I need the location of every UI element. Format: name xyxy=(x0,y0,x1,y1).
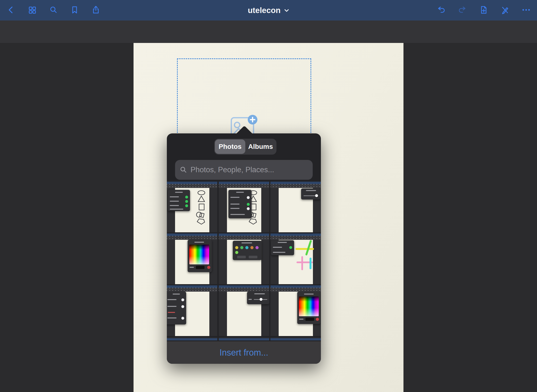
photo-thumbnail-image xyxy=(167,182,217,232)
photo-grid-cell[interactable] xyxy=(270,234,321,284)
redo-icon xyxy=(458,5,467,15)
photo-grid-cell[interactable] xyxy=(167,234,217,284)
photo-thumbnail-image xyxy=(219,182,269,232)
photo-thumbnail-partial[interactable] xyxy=(167,337,217,341)
photo-grid-cell[interactable] xyxy=(219,182,269,232)
photo-search-field[interactable] xyxy=(175,160,313,180)
insert-from-button[interactable]: Insert from... xyxy=(219,348,268,358)
document-title-label: utelecon xyxy=(248,6,281,15)
canvas-area: Photos Albums Insert from... xyxy=(0,43,537,392)
pen-slash-icon xyxy=(500,5,510,15)
top-navigation-bar: utelecon xyxy=(0,0,537,21)
photo-grid-cell[interactable] xyxy=(270,182,321,232)
tools-toolbar xyxy=(0,21,537,43)
photo-thumbnail-partial[interactable] xyxy=(270,337,321,341)
photo-thumbnail-image xyxy=(219,234,269,284)
read-only-mode-button[interactable] xyxy=(500,5,510,15)
tab-albums[interactable]: Albums xyxy=(245,139,276,154)
photo-grid-cell[interactable] xyxy=(167,285,217,336)
photo-thumbnail-image xyxy=(167,285,217,336)
photo-grid-cell[interactable] xyxy=(219,234,269,284)
photo-search-input[interactable] xyxy=(190,165,308,174)
undo-icon xyxy=(436,5,446,15)
photo-thumbnail-partial[interactable] xyxy=(219,337,269,341)
undo-button[interactable] xyxy=(436,5,446,15)
more-icon xyxy=(521,5,531,15)
redo-button[interactable] xyxy=(457,5,467,15)
photo-thumbnail-image xyxy=(270,182,321,232)
add-page-button[interactable] xyxy=(479,5,489,15)
photo-thumbnail-image xyxy=(167,234,217,284)
more-options-button[interactable] xyxy=(521,5,531,15)
photo-grid xyxy=(167,182,321,336)
photo-grid-cell[interactable] xyxy=(270,285,321,336)
photo-grid-cell[interactable] xyxy=(219,285,269,336)
add-page-icon xyxy=(479,5,488,15)
search-icon xyxy=(179,166,187,174)
tab-photos[interactable]: Photos xyxy=(215,139,245,154)
photo-grid-cell[interactable] xyxy=(167,182,217,232)
photo-grid-partial-row xyxy=(167,337,321,341)
nav-right-group xyxy=(436,0,531,21)
photos-albums-segmented-control: Photos Albums xyxy=(214,139,276,155)
popover-footer: Insert from... xyxy=(167,341,321,364)
photo-thumbnail-image xyxy=(219,285,269,336)
chevron-down-icon xyxy=(284,6,289,15)
photo-thumbnail-image xyxy=(270,234,321,284)
photo-picker-popover: Photos Albums Insert from... xyxy=(167,133,321,364)
photo-thumbnail-image xyxy=(270,285,321,336)
